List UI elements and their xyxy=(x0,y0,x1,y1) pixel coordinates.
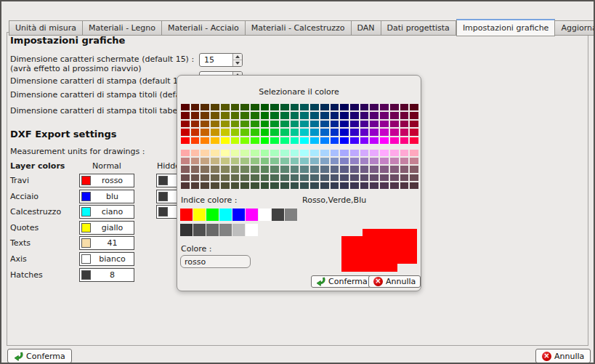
layer-normal-button[interactable]: 41 xyxy=(79,236,134,250)
palette-cell[interactable] xyxy=(280,104,289,110)
palette-cell[interactable] xyxy=(300,158,309,164)
palette-cell[interactable] xyxy=(191,166,200,172)
palette-cell[interactable] xyxy=(221,158,230,164)
gray-color-swatch[interactable] xyxy=(246,224,258,236)
palette-cell[interactable] xyxy=(400,137,409,144)
palette-cell[interactable] xyxy=(270,137,279,144)
palette-cell[interactable] xyxy=(410,137,418,144)
palette-cell[interactable] xyxy=(291,166,299,172)
palette-cell[interactable] xyxy=(261,166,270,172)
palette-cell[interactable] xyxy=(240,158,249,164)
palette-cell[interactable] xyxy=(251,166,259,172)
basic-color-swatch[interactable] xyxy=(272,209,284,221)
palette-cell[interactable] xyxy=(221,150,230,156)
palette-cell[interactable] xyxy=(300,166,309,172)
gray-color-swatch[interactable] xyxy=(219,224,232,236)
palette-cell[interactable] xyxy=(280,137,289,144)
palette-cell[interactable] xyxy=(221,166,230,172)
layer-normal-button[interactable]: rosso xyxy=(79,174,134,187)
palette-cell[interactable] xyxy=(331,104,339,110)
layer-normal-button[interactable]: blu xyxy=(79,190,134,203)
layer-normal-button[interactable]: bianco xyxy=(79,252,134,266)
palette-cell[interactable] xyxy=(360,112,369,118)
palette-cell[interactable] xyxy=(380,137,389,144)
palette-cell[interactable] xyxy=(360,174,369,181)
palette-cell[interactable] xyxy=(240,174,249,181)
gray-color-swatch[interactable] xyxy=(193,224,206,236)
palette-cell[interactable] xyxy=(291,158,299,164)
color-name-input[interactable] xyxy=(180,255,251,268)
palette-cell[interactable] xyxy=(400,158,409,164)
palette-cell[interactable] xyxy=(270,112,279,118)
palette-cell[interactable] xyxy=(231,121,240,127)
palette-cell[interactable] xyxy=(300,104,309,110)
palette-cell[interactable] xyxy=(370,150,379,156)
palette-cell[interactable] xyxy=(390,150,399,156)
palette-cell[interactable] xyxy=(261,150,270,156)
palette-cell[interactable] xyxy=(201,182,209,189)
palette-cell[interactable] xyxy=(291,150,299,156)
palette-cell[interactable] xyxy=(390,166,399,172)
palette-cell[interactable] xyxy=(211,182,219,189)
palette-cell[interactable] xyxy=(270,129,279,135)
palette-cell[interactable] xyxy=(270,150,279,156)
palette-cell[interactable] xyxy=(181,129,190,135)
palette-cell[interactable] xyxy=(251,104,259,110)
palette-cell[interactable] xyxy=(181,121,190,127)
palette-cell[interactable] xyxy=(300,150,309,156)
palette-cell[interactable] xyxy=(370,182,379,189)
palette-cell[interactable] xyxy=(340,104,349,110)
palette-cell[interactable] xyxy=(370,174,379,181)
palette-cell[interactable] xyxy=(400,104,409,110)
palette-cell[interactable] xyxy=(270,158,279,164)
palette-cell[interactable] xyxy=(340,174,349,181)
palette-cell[interactable] xyxy=(201,112,209,118)
palette-cell[interactable] xyxy=(211,121,219,127)
palette-cell[interactable] xyxy=(310,112,319,118)
palette-cell[interactable] xyxy=(270,166,279,172)
palette-cell[interactable] xyxy=(240,104,249,110)
palette-cell[interactable] xyxy=(201,166,209,172)
palette-cell[interactable] xyxy=(291,174,299,181)
basic-color-swatch[interactable] xyxy=(246,209,258,221)
palette-cell[interactable] xyxy=(191,137,200,144)
basic-color-swatch[interactable] xyxy=(259,209,271,221)
palette-cell[interactable] xyxy=(181,182,190,189)
palette-cell[interactable] xyxy=(191,174,200,181)
palette-cell[interactable] xyxy=(211,137,219,144)
basic-color-swatch[interactable] xyxy=(219,209,232,221)
palette-cell[interactable] xyxy=(300,182,309,189)
palette-cell[interactable] xyxy=(251,150,259,156)
palette-cell[interactable] xyxy=(280,112,289,118)
palette-cell[interactable] xyxy=(310,166,319,172)
palette-cell[interactable] xyxy=(340,182,349,189)
palette-cell[interactable] xyxy=(191,112,200,118)
palette-cell[interactable] xyxy=(261,158,270,164)
palette-cell[interactable] xyxy=(360,121,369,127)
palette-cell[interactable] xyxy=(320,158,329,164)
palette-cell[interactable] xyxy=(370,129,379,135)
palette-cell[interactable] xyxy=(201,104,209,110)
palette-cell[interactable] xyxy=(380,158,389,164)
palette-cell[interactable] xyxy=(360,158,369,164)
palette-cell[interactable] xyxy=(320,112,329,118)
palette-cell[interactable] xyxy=(340,112,349,118)
palette-cell[interactable] xyxy=(310,182,319,189)
palette-cell[interactable] xyxy=(390,158,399,164)
palette-cell[interactable] xyxy=(350,112,359,118)
palette-cell[interactable] xyxy=(350,121,359,127)
tab-materiali-calcestruzzo[interactable]: Materiali - Calcestruzzo xyxy=(246,20,352,36)
palette-cell[interactable] xyxy=(390,182,399,189)
tab-dan[interactable]: DAN xyxy=(352,20,381,36)
cancel-button[interactable]: × Annulla xyxy=(535,349,591,363)
palette-cell[interactable] xyxy=(191,104,200,110)
palette-cell[interactable] xyxy=(331,137,339,144)
palette-cell[interactable] xyxy=(360,150,369,156)
palette-cell[interactable] xyxy=(221,182,230,189)
palette-cell[interactable] xyxy=(181,158,190,164)
dialog-confirm-button[interactable]: Conferma xyxy=(311,275,373,288)
basic-color-swatch[interactable] xyxy=(206,209,219,221)
palette-cell[interactable] xyxy=(231,104,240,110)
basic-color-swatch[interactable] xyxy=(180,209,193,221)
palette-cell[interactable] xyxy=(400,150,409,156)
